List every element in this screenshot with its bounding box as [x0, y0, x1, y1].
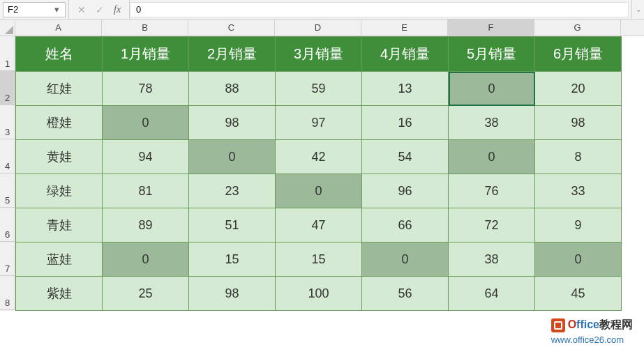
data-cell[interactable]: 88 — [189, 72, 276, 106]
watermark-brand-pre: O — [568, 318, 576, 330]
data-cell[interactable]: 0 — [449, 140, 535, 174]
table-body: 红娃78885913020橙娃09897163898黄娃940425408绿娃8… — [16, 72, 622, 311]
table-row: 青娃89514766729 — [16, 208, 622, 243]
name-cell[interactable]: 绿娃 — [16, 174, 103, 208]
watermark-url: www.office26.com — [551, 334, 624, 345]
data-cell[interactable]: 94 — [103, 140, 189, 174]
cancel-icon[interactable]: ✕ — [77, 4, 86, 15]
data-cell[interactable]: 81 — [103, 174, 189, 208]
row-header-7[interactable]: 7 — [0, 242, 15, 276]
name-cell[interactable]: 蓝娃 — [16, 243, 103, 277]
data-cell[interactable]: 0 — [535, 243, 622, 277]
table-row: 紫娃2598100566445 — [16, 277, 622, 311]
data-cell[interactable]: 23 — [189, 174, 276, 208]
data-cell[interactable]: 15 — [189, 243, 276, 277]
table-header-cell[interactable]: 3月销量 — [276, 37, 362, 72]
data-cell[interactable]: 96 — [362, 174, 449, 208]
data-cell[interactable]: 0 — [189, 140, 276, 174]
column-header-e[interactable]: E — [361, 20, 448, 36]
data-cell[interactable]: 13 — [362, 72, 449, 106]
row-headers: 12345678 — [0, 36, 15, 311]
watermark-brand-suf: 教程网 — [599, 318, 633, 330]
row-header-8[interactable]: 8 — [0, 276, 15, 310]
row-header-6[interactable]: 6 — [0, 208, 15, 242]
data-cell[interactable]: 78 — [103, 72, 189, 106]
table-header-cell[interactable]: 姓名 — [16, 37, 103, 72]
column-header-c[interactable]: C — [188, 20, 275, 36]
table-header-row: 姓名1月销量2月销量3月销量4月销量5月销量6月销量 — [16, 37, 622, 72]
table-row: 黄娃940425408 — [16, 140, 622, 174]
data-cell[interactable]: 20 — [535, 72, 622, 106]
data-cell[interactable]: 76 — [449, 174, 535, 208]
data-cell[interactable]: 98 — [189, 106, 276, 140]
table-row: 蓝娃015150380 — [16, 243, 622, 277]
data-cell[interactable]: 0 — [276, 174, 362, 208]
data-cell[interactable]: 64 — [449, 277, 535, 311]
data-cell[interactable]: 59 — [276, 72, 362, 106]
column-header-f[interactable]: F — [448, 20, 534, 36]
table-row: 绿娃81230967633 — [16, 174, 622, 208]
data-cell[interactable]: 42 — [276, 140, 362, 174]
data-cell[interactable]: 54 — [362, 140, 449, 174]
table-header-cell[interactable]: 6月销量 — [535, 37, 622, 72]
data-cell[interactable]: 100 — [276, 277, 362, 311]
data-cell[interactable]: 98 — [189, 277, 276, 311]
column-header-g[interactable]: G — [534, 20, 621, 36]
data-cell[interactable]: 16 — [362, 106, 449, 140]
data-cell[interactable]: 0 — [449, 72, 535, 106]
row-header-1[interactable]: 1 — [0, 36, 15, 71]
watermark-logo-icon — [551, 318, 565, 332]
data-cell[interactable]: 72 — [449, 208, 535, 243]
fx-icon[interactable]: fx — [114, 4, 121, 15]
data-cell[interactable]: 8 — [535, 140, 622, 174]
column-headers: ABCDEFG — [15, 20, 644, 36]
name-cell[interactable]: 青娃 — [16, 208, 103, 243]
formula-input[interactable]: 0 — [130, 2, 629, 17]
data-cell[interactable]: 97 — [276, 106, 362, 140]
data-cell[interactable]: 66 — [362, 208, 449, 243]
column-header-b[interactable]: B — [102, 20, 188, 36]
data-cell[interactable]: 89 — [103, 208, 189, 243]
table-header-cell[interactable]: 4月销量 — [362, 37, 449, 72]
data-cell[interactable]: 45 — [535, 277, 622, 311]
name-cell[interactable]: 黄娃 — [16, 140, 103, 174]
row-header-3[interactable]: 3 — [0, 105, 15, 139]
data-cell[interactable]: 47 — [276, 208, 362, 243]
data-cell[interactable]: 33 — [535, 174, 622, 208]
table-header-cell[interactable]: 5月销量 — [449, 37, 535, 72]
name-cell[interactable]: 紫娃 — [16, 277, 103, 311]
formula-value: 0 — [136, 4, 141, 15]
data-cell[interactable]: 38 — [449, 106, 535, 140]
data-cell[interactable]: 25 — [103, 277, 189, 311]
data-cell[interactable]: 38 — [449, 243, 535, 277]
data-cell[interactable]: 0 — [103, 106, 189, 140]
data-cell[interactable]: 15 — [276, 243, 362, 277]
accept-icon[interactable]: ✓ — [96, 4, 104, 15]
name-box-value: F2 — [8, 4, 18, 15]
table-header-cell[interactable]: 1月销量 — [103, 37, 189, 72]
data-cell[interactable]: 0 — [362, 243, 449, 277]
expand-formula-bar-icon[interactable]: ⌄ — [631, 0, 644, 19]
row-header-4[interactable]: 4 — [0, 139, 15, 174]
table-header-cell[interactable]: 2月销量 — [189, 37, 276, 72]
data-cell[interactable]: 9 — [535, 208, 622, 243]
dropdown-icon[interactable]: ▾ — [52, 6, 61, 14]
data-cell[interactable]: 98 — [535, 106, 622, 140]
row-header-2[interactable]: 2 — [0, 71, 15, 105]
name-cell[interactable]: 橙娃 — [16, 106, 103, 140]
column-header-d[interactable]: D — [275, 20, 361, 36]
formula-bar-buttons: ✕ ✓ fx — [68, 0, 130, 19]
name-box[interactable]: F2 ▾ — [3, 2, 66, 17]
data-cell[interactable]: 0 — [103, 243, 189, 277]
watermark-brand-mid: ffice — [576, 318, 599, 330]
data-cell[interactable]: 51 — [189, 208, 276, 243]
data-cell[interactable]: 56 — [362, 277, 449, 311]
table-row: 橙娃09897163898 — [16, 106, 622, 140]
spreadsheet-grid: ABCDEFG 12345678 姓名1月销量2月销量3月销量4月销量5月销量6… — [0, 20, 644, 311]
column-header-a[interactable]: A — [15, 20, 102, 36]
data-table: 姓名1月销量2月销量3月销量4月销量5月销量6月销量 红娃78885913020… — [15, 36, 622, 311]
formula-bar: F2 ▾ ✕ ✓ fx 0 ⌄ — [0, 0, 644, 20]
select-all-button[interactable] — [0, 20, 15, 36]
name-cell[interactable]: 红娃 — [16, 72, 103, 106]
row-header-5[interactable]: 5 — [0, 174, 15, 208]
